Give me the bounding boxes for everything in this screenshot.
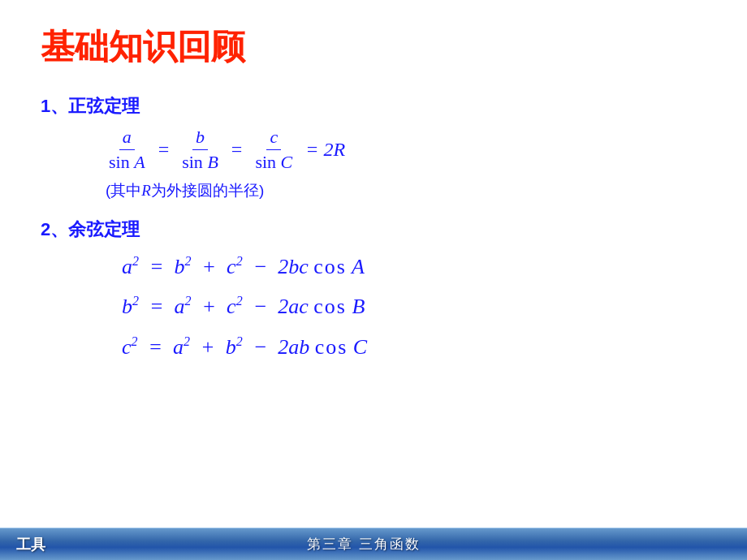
cosine-row-3: c2 = a2 + b2 − 2ab cos C (122, 330, 706, 364)
fraction-c-num: c (266, 127, 281, 150)
fraction-b-sinB: b sin B (179, 127, 222, 174)
cosine-row1-text: a2 = b2 + c2 − 2bc cos A (122, 250, 365, 284)
main-content: 基础知识回顾 1、正弦定理 a sin A = b sin B = (0, 0, 747, 528)
page-title: 基础知识回顾 (41, 24, 706, 70)
fraction-b-num: b (192, 127, 208, 150)
section-cosine: 2、余弦定理 a2 = b2 + c2 − 2bc cos A b2 = a2 … (41, 218, 706, 364)
cosine-row3-text: c2 = a2 + b2 − 2ab cos C (122, 330, 367, 364)
cosine-row-2: b2 = a2 + c2 − 2ac cos B (122, 290, 706, 324)
cosine-row2-text: b2 = a2 + c2 − 2ac cos B (122, 290, 365, 324)
cosine-formula-block: a2 = b2 + c2 − 2bc cos A b2 = a2 + c2 − … (122, 250, 706, 364)
equals-1: = (158, 139, 170, 161)
sine-formula-row: a sin A = b sin B = c sin C = 2R (106, 127, 706, 174)
fraction-a-num: a (119, 127, 135, 150)
toolbar: 工具 第三章 三角函数 (0, 528, 747, 560)
toolbar-tools[interactable]: 工具 (16, 535, 45, 554)
sine-label: 1、正弦定理 (41, 94, 706, 118)
toolbar-chapter: 第三章 三角函数 (307, 535, 421, 554)
fraction-b-den: sin B (179, 150, 222, 173)
equals-2: = (231, 139, 243, 161)
slide-container: 基础知识回顾 1、正弦定理 a sin A = b sin B = (0, 0, 747, 560)
result-2R: = 2R (305, 139, 345, 161)
cosine-label: 2、余弦定理 (41, 218, 706, 242)
fraction-a-den: sin A (106, 150, 149, 173)
sine-note: (其中R为外接圆的半径) (106, 180, 706, 201)
fraction-c-den: sin C (252, 150, 296, 173)
fraction-c-sinC: c sin C (252, 127, 296, 174)
fraction-a-sinA: a sin A (106, 127, 149, 174)
section-sine: 1、正弦定理 a sin A = b sin B = c sin C (41, 94, 706, 201)
cosine-row-1: a2 = b2 + c2 − 2bc cos A (122, 250, 706, 284)
sine-formula-block: a sin A = b sin B = c sin C = 2R (106, 127, 706, 201)
